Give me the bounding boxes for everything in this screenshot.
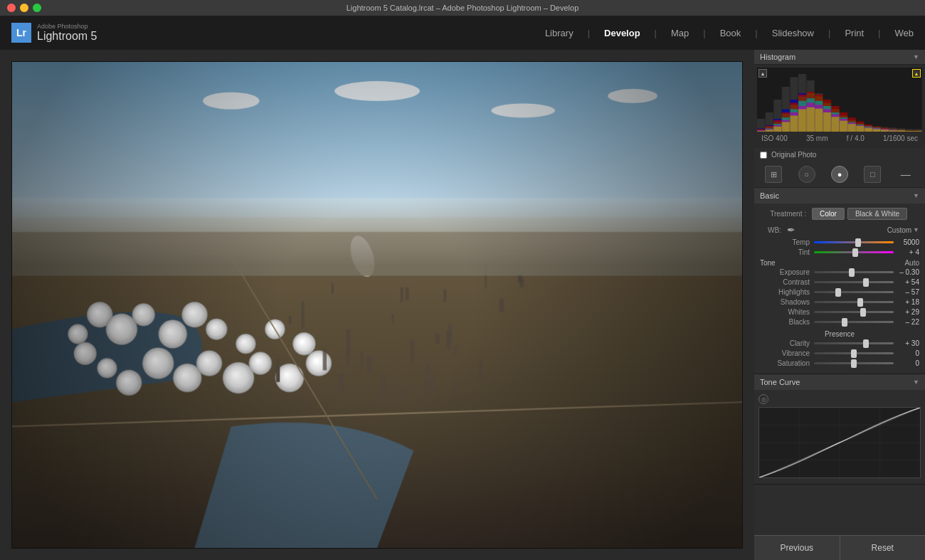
highlights-value: – 57 — [897, 288, 919, 296]
spot-removal-icon[interactable]: ● — [831, 166, 848, 183]
exposure-row: Exposure – 0.30 — [760, 268, 919, 276]
clarity-row: Clarity + 30 — [760, 339, 919, 347]
saturation-value: 0 — [897, 359, 919, 367]
vibrance-thumb[interactable] — [851, 349, 857, 358]
tone-curve-content: ◎ — [754, 390, 925, 484]
original-photo-row: Original Photo — [754, 148, 925, 162]
blacks-thumb[interactable] — [842, 318, 847, 327]
exposure-label: Exposure — [760, 268, 810, 276]
temp-slider-track[interactable] — [814, 241, 894, 243]
wb-row: WB: ✒ Custom ▼ — [760, 224, 919, 236]
curve-target-icon[interactable]: ◎ — [758, 394, 768, 404]
vibrance-row: Vibrance 0 — [760, 349, 919, 357]
temp-slider-thumb[interactable] — [855, 238, 861, 247]
exposure-thumb[interactable] — [849, 268, 855, 277]
bw-treatment-btn[interactable]: Black & White — [847, 208, 907, 220]
nav-map[interactable]: Map — [671, 28, 689, 38]
previous-button[interactable]: Previous — [754, 535, 840, 560]
tint-value: + 4 — [897, 248, 919, 256]
grid-tool-icon[interactable]: ⊞ — [765, 166, 782, 183]
shadows-row: Shadows + 18 — [760, 298, 919, 306]
reset-button[interactable]: Reset — [840, 535, 926, 560]
saturation-track[interactable] — [814, 362, 894, 364]
exposure-value: – 0.30 — [897, 268, 919, 276]
curve-target-row: ◎ — [758, 394, 921, 404]
close-button[interactable] — [7, 4, 16, 12]
nav-library[interactable]: Library — [545, 28, 574, 38]
exposure-track[interactable] — [814, 271, 894, 273]
histogram-header[interactable]: Histogram ▼ — [754, 50, 925, 65]
saturation-row: Saturation 0 — [760, 359, 919, 367]
original-photo-checkbox[interactable] — [760, 152, 767, 159]
tool-icons-row: ⊞ ○ ● □ — — [754, 162, 925, 188]
saturation-label: Saturation — [760, 359, 810, 367]
wb-dropdown-icon[interactable]: ▼ — [913, 226, 919, 233]
lr-badge: Lr — [11, 23, 31, 43]
highlights-thumb[interactable] — [835, 288, 841, 297]
whites-thumb[interactable] — [860, 308, 866, 317]
temp-label: Temp — [760, 238, 810, 246]
vibrance-label: Vibrance — [760, 349, 810, 357]
clarity-track[interactable] — [814, 342, 894, 344]
basic-section-header[interactable]: Basic ▼ — [754, 188, 925, 204]
photo-container[interactable] — [11, 61, 743, 549]
nav-book[interactable]: Book — [720, 28, 741, 38]
app-title: Lightroom 5 — [37, 30, 97, 42]
minimize-button[interactable] — [20, 4, 28, 12]
clipping-shadows-icon[interactable]: ▲ — [758, 69, 767, 78]
color-treatment-btn[interactable]: Color — [812, 208, 845, 220]
highlights-label: Highlights — [760, 288, 810, 296]
wb-label: WB: — [760, 226, 781, 234]
right-panel: Histogram ▼ ▲ ▲ ISO 400 35 mm f / 4.0 1/… — [754, 50, 925, 560]
maximize-button[interactable] — [33, 4, 41, 12]
histogram-arrow: ▼ — [913, 53, 919, 60]
shadows-label: Shadows — [760, 298, 810, 306]
whites-row: Whites + 29 — [760, 308, 919, 316]
blacks-label: Blacks — [760, 318, 810, 326]
app-logo: Lr Adobe Photoshop Lightroom 5 — [11, 23, 97, 43]
graduated-filter-icon[interactable]: □ — [864, 166, 881, 183]
nav-web[interactable]: Web — [895, 28, 914, 38]
contrast-track[interactable] — [814, 281, 894, 283]
tone-curve-section: Tone Curve ▼ ◎ — [754, 374, 925, 485]
tone-curve-header[interactable]: Tone Curve ▼ — [754, 374, 925, 390]
nav-print[interactable]: Print — [845, 28, 864, 38]
wb-picker-icon[interactable]: ✒ — [787, 224, 796, 236]
contrast-thumb[interactable] — [863, 278, 869, 287]
whites-track[interactable] — [814, 311, 894, 313]
histogram-label: Histogram — [760, 53, 796, 61]
wb-value[interactable]: Custom — [800, 226, 911, 234]
nav-develop[interactable]: Develop — [604, 28, 640, 38]
clarity-thumb[interactable] — [863, 339, 869, 348]
shadows-thumb[interactable] — [857, 298, 863, 307]
treatment-row: Treatment : Color Black & White — [760, 208, 919, 220]
adobe-sub-title: Adobe Photoshop — [37, 23, 97, 30]
tint-slider-row: Tint + 4 — [760, 248, 919, 256]
tint-slider-track[interactable] — [814, 251, 894, 253]
contrast-row: Contrast + 54 — [760, 278, 919, 286]
crop-tool-icon[interactable]: ○ — [798, 166, 815, 183]
tint-slider-thumb[interactable] — [852, 248, 858, 257]
tone-section-label: Tone Auto — [760, 259, 919, 267]
adjustment-brush-icon[interactable]: — — [897, 166, 914, 183]
clipping-highlights-icon[interactable]: ▲ — [912, 69, 921, 78]
tone-curve-canvas[interactable] — [758, 407, 921, 478]
saturation-thumb[interactable] — [851, 359, 857, 368]
vibrance-track[interactable] — [814, 352, 894, 354]
temp-slider-row: Temp 5000 — [760, 238, 919, 246]
tone-label: Tone — [760, 259, 776, 267]
basic-section: Basic ▼ Treatment : Color Black & White … — [754, 188, 925, 374]
traffic-lights — [7, 4, 41, 12]
highlights-track[interactable] — [814, 291, 894, 293]
nav-slideshow[interactable]: Slideshow — [772, 28, 814, 38]
tone-auto-btn[interactable]: Auto — [904, 259, 919, 267]
exif-focal: 35 mm — [806, 134, 828, 142]
tint-label: Tint — [760, 248, 810, 256]
titlebar: Lightroom 5 Catalog.lrcat – Adobe Photos… — [0, 0, 925, 16]
basic-panel-content: Treatment : Color Black & White WB: ✒ Cu… — [754, 204, 925, 374]
exif-info: ISO 400 35 mm f / 4.0 1/1600 sec — [757, 132, 922, 145]
contrast-value: + 54 — [897, 278, 919, 286]
blacks-track[interactable] — [814, 321, 894, 323]
shadows-track[interactable] — [814, 301, 894, 303]
vibrance-value: 0 — [897, 349, 919, 357]
